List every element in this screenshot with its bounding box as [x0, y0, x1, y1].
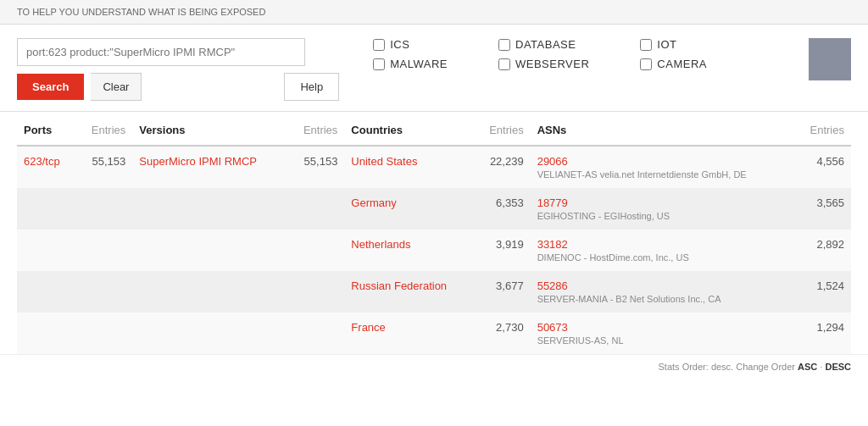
asn-link[interactable]: 18779: [537, 196, 568, 209]
cell-version-entries: [288, 230, 345, 271]
filter-camera[interactable]: CAMERA: [640, 58, 707, 70]
btn-row: Search Clear Help: [17, 73, 339, 101]
clear-button[interactable]: Clear: [91, 73, 142, 101]
cell-asn: 50673 SERVERIUS-AS, NL: [531, 313, 794, 354]
asn-link[interactable]: 50673: [537, 321, 568, 334]
cell-version: [132, 230, 287, 271]
cell-country: United States: [344, 146, 473, 188]
asn-sub: SERVER-MANIA - B2 Net Solutions Inc., CA: [537, 294, 787, 304]
cell-asn-entries: 1,524: [794, 271, 851, 313]
cell-version: [132, 271, 287, 313]
col-asns: ASNs: [531, 112, 794, 146]
cell-port-entries: [75, 230, 132, 271]
country-link[interactable]: Germany: [351, 196, 396, 209]
table-area: Ports Entries Versions Entries Countries…: [0, 112, 868, 354]
filter-database-checkbox[interactable]: [498, 39, 510, 51]
col-versions-entries: Entries: [288, 112, 345, 146]
table-header-row: Ports Entries Versions Entries Countries…: [17, 112, 851, 146]
filter-webserver-checkbox[interactable]: [498, 58, 510, 70]
cell-version-entries: [288, 313, 345, 354]
cell-country: France: [344, 313, 473, 354]
stats-footer: Stats Order: desc. Change Order ASC · DE…: [0, 354, 868, 379]
filter-iot-checkbox[interactable]: [640, 39, 652, 51]
cell-country-entries: 6,353: [474, 188, 531, 230]
cell-asn: 55286 SERVER-MANIA - B2 Net Solutions In…: [531, 271, 794, 313]
col-ports-entries: Entries: [75, 112, 132, 146]
cell-version-entries: [288, 188, 345, 230]
asc-link[interactable]: ASC: [798, 362, 817, 372]
cell-asn: 29066 VELIANET-AS velia.net Internetdien…: [531, 146, 794, 188]
cell-asn-entries: 1,294: [794, 313, 851, 354]
filter-ics-checkbox[interactable]: [373, 39, 385, 51]
desc-link[interactable]: DESC: [825, 362, 851, 372]
country-link[interactable]: Russian Federation: [351, 279, 447, 292]
country-link[interactable]: Netherlands: [351, 238, 410, 251]
table-row: France 2,730 50673 SERVERIUS-AS, NL 1,29…: [17, 313, 851, 354]
port-link[interactable]: 623/tcp: [24, 155, 60, 168]
filter-ics[interactable]: ICS: [373, 38, 448, 51]
cell-port-entries: [75, 188, 132, 230]
cell-country-entries: 2,730: [474, 313, 531, 354]
search-input-row: port:623 product:"SuperMicro IPMI RMCP": [17, 38, 339, 66]
top-banner: TO HELP YOU UNDERSTAND WHAT IS BEING EXP…: [0, 0, 868, 25]
stats-footer-text: Stats Order: desc. Change Order: [659, 362, 795, 372]
cell-version: SuperMicro IPMI RMCP: [132, 146, 287, 188]
cell-asn: 33182 DIMENOC - HostDime.com, Inc., US: [531, 230, 794, 271]
cell-country-entries: 3,677: [474, 271, 531, 313]
cell-port-entries: [75, 313, 132, 354]
cell-country-entries: 3,919: [474, 230, 531, 271]
help-button[interactable]: Help: [284, 73, 339, 101]
search-input[interactable]: port:623 product:"SuperMicro IPMI RMCP": [17, 38, 305, 66]
cell-asn-entries: 2,892: [794, 230, 851, 271]
asn-sub: SERVERIUS-AS, NL: [537, 335, 787, 346]
cell-port: [17, 230, 75, 271]
filter-malware[interactable]: MALWARE: [373, 58, 448, 70]
cell-version-entries: [288, 271, 345, 313]
cell-country: Netherlands: [344, 230, 473, 271]
cell-country: Germany: [344, 188, 473, 230]
filter-camera-label: CAMERA: [657, 58, 707, 70]
cell-version: [132, 313, 287, 354]
version-link[interactable]: SuperMicro IPMI RMCP: [139, 155, 257, 168]
asn-sub: DIMENOC - HostDime.com, Inc., US: [537, 252, 787, 263]
filter-malware-checkbox[interactable]: [373, 58, 385, 70]
banner-text: TO HELP YOU UNDERSTAND WHAT IS BEING EXP…: [17, 7, 265, 17]
country-link[interactable]: United States: [351, 155, 417, 168]
cell-port: [17, 271, 75, 313]
table-row: 623/tcp 55,153 SuperMicro IPMI RMCP 55,1…: [17, 146, 851, 188]
cell-asn: 18779 EGIHOSTING - EGIHosting, US: [531, 188, 794, 230]
cell-port: 623/tcp: [17, 146, 75, 188]
search-area: port:623 product:"SuperMicro IPMI RMCP" …: [0, 25, 868, 112]
cell-port-entries: 55,153: [75, 146, 132, 188]
filter-webserver-label: WEBSERVER: [515, 58, 589, 70]
filters-grid: ICS DATABASE IOT MALWARE WEBSERVER CAMER…: [356, 38, 707, 70]
results-table: Ports Entries Versions Entries Countries…: [17, 112, 851, 354]
cell-version: [132, 188, 287, 230]
filter-camera-checkbox[interactable]: [640, 58, 652, 70]
asn-link[interactable]: 29066: [537, 155, 568, 168]
country-link[interactable]: France: [351, 321, 385, 334]
col-countries: Countries: [344, 112, 473, 146]
filter-database[interactable]: DATABASE: [498, 38, 589, 51]
col-countries-entries: Entries: [474, 112, 531, 146]
filter-database-label: DATABASE: [515, 38, 576, 51]
col-versions: Versions: [132, 112, 287, 146]
search-left: port:623 product:"SuperMicro IPMI RMCP" …: [17, 38, 339, 101]
table-row: Netherlands 3,919 33182 DIMENOC - HostDi…: [17, 230, 851, 271]
cell-country-entries: 22,239: [474, 146, 531, 188]
filter-iot[interactable]: IOT: [640, 38, 707, 51]
filter-malware-label: MALWARE: [390, 58, 448, 70]
asn-link[interactable]: 55286: [537, 279, 568, 292]
cell-asn-entries: 3,565: [794, 188, 851, 230]
filter-ics-label: ICS: [390, 38, 409, 51]
col-asns-entries: Entries: [794, 112, 851, 146]
top-right-button[interactable]: [809, 38, 851, 80]
asn-link[interactable]: 33182: [537, 238, 568, 251]
cell-port: [17, 313, 75, 354]
table-row: Russian Federation 3,677 55286 SERVER-MA…: [17, 271, 851, 313]
search-button[interactable]: Search: [17, 74, 84, 100]
col-ports: Ports: [17, 112, 75, 146]
asn-sub: VELIANET-AS velia.net Internetdienste Gm…: [537, 169, 787, 180]
filter-webserver[interactable]: WEBSERVER: [498, 58, 589, 70]
table-row: Germany 6,353 18779 EGIHOSTING - EGIHost…: [17, 188, 851, 230]
